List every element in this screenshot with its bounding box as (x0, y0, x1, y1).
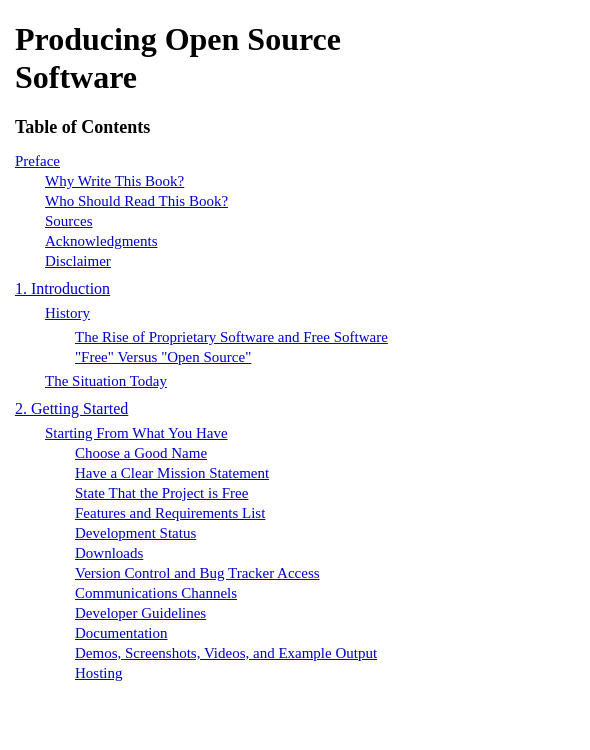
toc-item-free-vs-open: "Free" Versus "Open Source" (75, 348, 575, 366)
developer-guidelines-link[interactable]: Developer Guidelines (75, 605, 206, 621)
toc-item-starting-from: Starting From What You Have (45, 424, 575, 442)
toc-item-features-requirements: Features and Requirements List (75, 504, 575, 522)
toc-item-development-status: Development Status (75, 524, 575, 542)
preface-link[interactable]: Preface (15, 153, 60, 169)
situation-today-link[interactable]: The Situation Today (45, 373, 167, 389)
toc-item-mission-statement: Have a Clear Mission Statement (75, 464, 575, 482)
getting-started-link[interactable]: 2. Getting Started (15, 400, 128, 417)
why-write-link[interactable]: Why Write This Book? (45, 173, 184, 189)
toc-item-history: History (45, 304, 575, 322)
toc-item-getting-started: 2. Getting Started (15, 400, 575, 418)
sources-link[interactable]: Sources (45, 213, 93, 229)
who-should-read-link[interactable]: Who Should Read This Book? (45, 193, 228, 209)
choose-good-name-link[interactable]: Choose a Good Name (75, 445, 207, 461)
rise-link[interactable]: The Rise of Proprietary Software and Fre… (75, 329, 388, 345)
toc-item-choose-good-name: Choose a Good Name (75, 444, 575, 462)
communications-link[interactable]: Communications Channels (75, 585, 237, 601)
toc-item-rise: The Rise of Proprietary Software and Fre… (75, 328, 575, 346)
version-control-link[interactable]: Version Control and Bug Tracker Access (75, 565, 320, 581)
toc-item-developer-guidelines: Developer Guidelines (75, 604, 575, 622)
page-title: Producing Open Source Software (15, 20, 575, 97)
toc-heading: Table of Contents (15, 117, 575, 138)
hosting-link[interactable]: Hosting (75, 665, 123, 681)
disclaimer-link[interactable]: Disclaimer (45, 253, 111, 269)
downloads-link[interactable]: Downloads (75, 545, 143, 561)
toc-item-disclaimer: Disclaimer (45, 252, 575, 270)
introduction-link[interactable]: 1. Introduction (15, 280, 110, 297)
toc-item-downloads: Downloads (75, 544, 575, 562)
development-status-link[interactable]: Development Status (75, 525, 196, 541)
toc-item-acknowledgments: Acknowledgments (45, 232, 575, 250)
acknowledgments-link[interactable]: Acknowledgments (45, 233, 157, 249)
state-project-free-link[interactable]: State That the Project is Free (75, 485, 248, 501)
starting-from-link[interactable]: Starting From What You Have (45, 425, 228, 441)
toc-item-sources: Sources (45, 212, 575, 230)
toc-item-communications: Communications Channels (75, 584, 575, 602)
toc-item-hosting: Hosting (75, 664, 575, 682)
demos-link[interactable]: Demos, Screenshots, Videos, and Example … (75, 645, 377, 661)
toc-item-introduction: 1. Introduction (15, 280, 575, 298)
documentation-link[interactable]: Documentation (75, 625, 167, 641)
history-link[interactable]: History (45, 305, 90, 321)
toc-item-who-should-read: Who Should Read This Book? (45, 192, 575, 210)
toc-item-demos: Demos, Screenshots, Videos, and Example … (75, 644, 575, 662)
toc-item-state-project-free: State That the Project is Free (75, 484, 575, 502)
features-requirements-link[interactable]: Features and Requirements List (75, 505, 265, 521)
toc-item-situation-today: The Situation Today (45, 372, 575, 390)
free-vs-open-link[interactable]: "Free" Versus "Open Source" (75, 349, 251, 365)
toc-item-why-write: Why Write This Book? (45, 172, 575, 190)
mission-statement-link[interactable]: Have a Clear Mission Statement (75, 465, 269, 481)
toc-item-documentation: Documentation (75, 624, 575, 642)
toc-item-version-control: Version Control and Bug Tracker Access (75, 564, 575, 582)
toc-item-preface: Preface (15, 152, 575, 170)
